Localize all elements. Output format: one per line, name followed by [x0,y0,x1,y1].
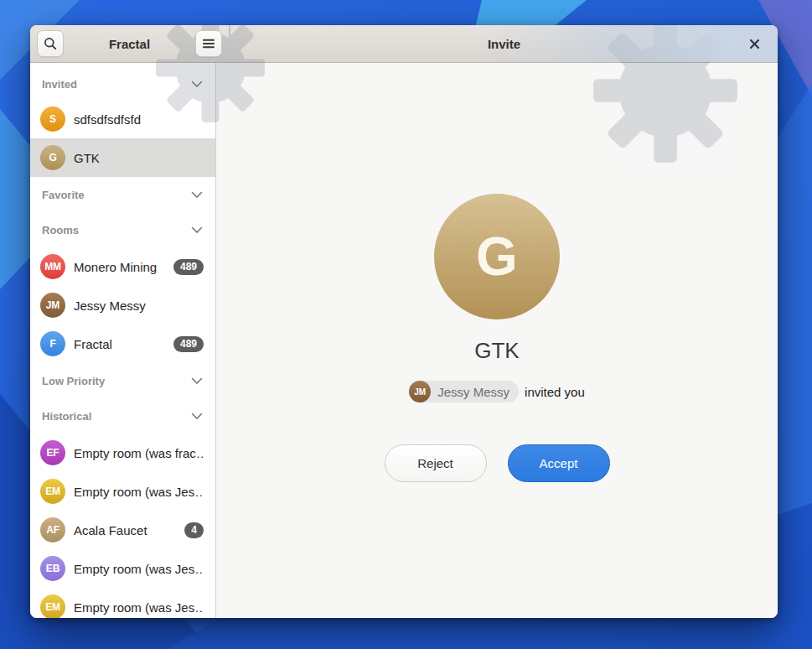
invite-pane: G GTK JM Jessy Messy invited you Reject … [216,63,778,618]
chevron-down-icon [191,226,203,234]
room-row-empty-jes-2[interactable]: EB Empty room (was Jes… [30,549,215,588]
invite-actions: Reject Accept [385,444,610,482]
room-row-fractal[interactable]: F Fractal 489 [30,324,215,363]
avatar: EM [40,479,65,504]
section-header-invited[interactable]: Invited [30,68,215,100]
room-row-acala-faucet[interactable]: AF Acala Faucet 4 [30,511,215,549]
accept-button[interactable]: Accept [508,444,610,482]
avatar: JM [40,293,65,318]
room-avatar: G [434,194,560,319]
room-row-empty-frac[interactable]: EF Empty room (was frac… [30,434,215,472]
close-button[interactable] [744,25,764,62]
section-header-favorite[interactable]: Favorite [30,177,215,212]
section-header-historical[interactable]: Historical [30,398,215,434]
section-header-low-priority[interactable]: Low Priority [30,363,215,398]
inviter-name: Jessy Messy [437,385,509,399]
avatar: EB [40,556,65,581]
search-icon [44,37,57,50]
menu-button[interactable] [195,30,222,57]
fractal-window: Fractal Invite Invited S [30,25,778,618]
main-headerbar: Invite [230,25,778,62]
invited-text: invited you [525,385,585,399]
section-label: Invited [42,78,77,91]
headerbar: Fractal Invite [30,25,778,63]
close-icon [749,39,760,49]
avatar: S [40,106,65,132]
section-label: Rooms [42,224,79,236]
room-row-monero-mining[interactable]: MM Monero Mining 489 [30,247,215,286]
sidebar-headerbar: Fractal [30,25,230,62]
section-label: Low Priority [42,375,105,387]
room-title: GTK [474,338,519,363]
room-name: Fractal [74,337,165,351]
inviter-pill: JM Jessy Messy [409,381,519,402]
avatar: AF [40,517,65,543]
avatar: EF [40,440,65,465]
room-avatar-initial: G [476,226,518,288]
section-header-rooms[interactable]: Rooms [30,212,215,247]
avatar: MM [40,254,65,279]
unread-badge: 489 [173,336,204,352]
room-name: Empty room (was Jes… [74,485,204,499]
section-label: Historical [42,410,91,423]
room-sidebar: Invited S sdfsdfsdfsfd G GTK Favorite Ro… [30,63,216,618]
window-body: Invited S sdfsdfsdfsfd G GTK Favorite Ro… [30,63,778,618]
room-row-sdfsdfsdfsfd[interactable]: S sdfsdfsdfsfd [30,100,215,138]
chevron-down-icon [191,413,203,420]
room-row-empty-jes-3[interactable]: EM Empty room (was Jes… [30,588,215,618]
hamburger-menu-icon [203,38,215,49]
chevron-down-icon [191,377,203,385]
chevron-down-icon [191,80,203,88]
room-name: Acala Faucet [74,523,176,537]
room-row-jessy-messy[interactable]: JM Jessy Messy [30,286,215,324]
unread-badge: 489 [173,259,204,275]
inviter-avatar: JM [409,381,431,402]
room-name: Empty room (was Jes… [74,600,204,615]
reject-button[interactable]: Reject [385,444,487,482]
avatar: F [40,331,65,356]
room-name: Empty room (was frac… [74,446,204,460]
room-name: Monero Mining [74,260,165,274]
room-row-empty-jes-1[interactable]: EM Empty room (was Jes… [30,472,215,511]
page-title: Invite [488,37,520,51]
search-button[interactable] [37,30,64,57]
chevron-down-icon [191,191,203,199]
app-title: Fractal [69,37,190,51]
avatar: G [40,145,65,170]
room-name: Empty room (was Jes… [74,562,204,576]
invited-by-row: JM Jessy Messy invited you [409,381,585,402]
room-row-gtk[interactable]: G GTK [30,138,215,177]
avatar: EM [40,594,65,618]
room-name: GTK [74,151,204,165]
room-name: sdfsdfsdfsfd [74,112,204,127]
section-label: Favorite [42,189,85,201]
unread-badge: 4 [184,522,204,538]
room-name: Jessy Messy [74,299,204,313]
